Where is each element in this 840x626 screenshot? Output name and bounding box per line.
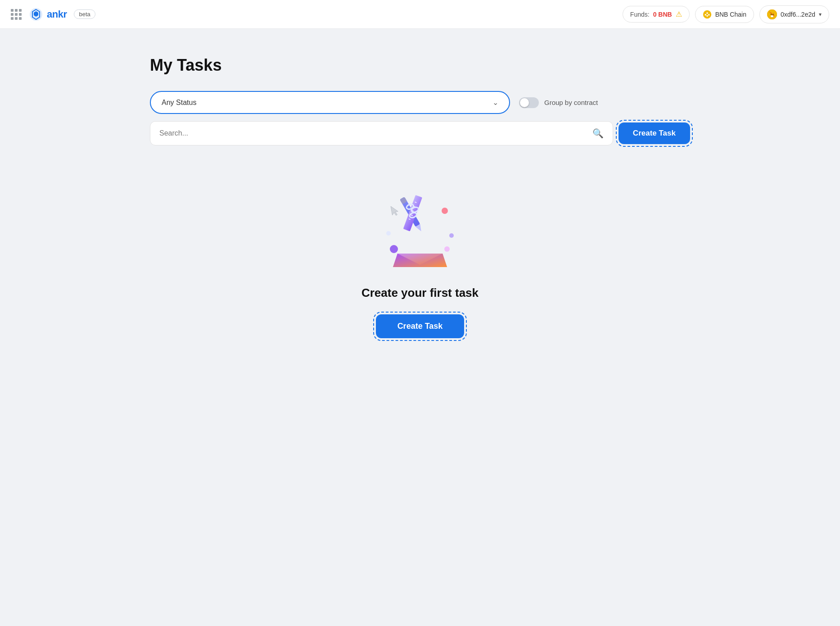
header-left: ankr beta — [11, 7, 95, 22]
filter-row: Any Status ⌄ Group by contract — [150, 91, 690, 114]
funds-value: 0 BNB — [653, 11, 672, 18]
main-content: My Tasks Any Status ⌄ Group by contract … — [132, 29, 708, 383]
group-by-toggle[interactable] — [519, 97, 539, 108]
wallet-pill[interactable]: 0xdf6...2e2d ▾ — [759, 5, 829, 23]
svg-point-8 — [771, 15, 773, 17]
chevron-down-icon: ▾ — [819, 11, 822, 18]
page-title: My Tasks — [150, 56, 690, 75]
create-task-button[interactable]: Create Task — [619, 122, 690, 144]
chain-pill[interactable]: BNB Chain — [695, 6, 754, 23]
svg-point-27 — [444, 246, 450, 252]
apps-menu-icon[interactable] — [11, 9, 22, 20]
status-select[interactable]: Any Status ⌄ — [150, 91, 510, 114]
group-by-label: Group by contract — [544, 99, 598, 106]
search-row: 🔍 Create Task — [150, 121, 690, 145]
group-by-container: Group by contract — [519, 97, 598, 108]
svg-point-24 — [449, 233, 454, 238]
status-select-value: Any Status — [162, 99, 196, 107]
wallet-address: 0xdf6...2e2d — [781, 11, 815, 18]
svg-point-23 — [442, 208, 448, 214]
svg-point-9 — [771, 14, 772, 15]
funds-pill[interactable]: Funds: 0 BNB ⚠ — [623, 6, 690, 23]
select-chevron-icon: ⌄ — [492, 98, 498, 107]
search-input[interactable] — [159, 129, 588, 137]
bnb-chain-icon — [703, 10, 712, 19]
empty-illustration — [375, 191, 465, 272]
create-task-center-button[interactable]: Create Task — [376, 314, 465, 338]
warning-icon: ⚠ — [676, 10, 682, 18]
svg-marker-28 — [391, 205, 399, 216]
beta-badge: beta — [74, 9, 95, 19]
empty-state-title: Create your first task — [361, 286, 479, 300]
empty-state: Create your first task Create Task — [150, 163, 690, 365]
toggle-knob — [520, 98, 529, 107]
header-right: Funds: 0 BNB ⚠ BNB Chain — [623, 5, 829, 23]
svg-point-0 — [703, 10, 711, 18]
wallet-avatar — [767, 9, 777, 19]
chain-name: BNB Chain — [715, 11, 746, 18]
ankr-logo-icon — [29, 7, 43, 22]
logo[interactable]: ankr — [29, 7, 67, 22]
logo-text: ankr — [47, 9, 67, 20]
svg-point-25 — [390, 245, 398, 253]
search-box: 🔍 — [150, 121, 613, 145]
svg-point-26 — [386, 231, 391, 236]
svg-point-10 — [772, 14, 773, 15]
funds-label: Funds: — [630, 11, 650, 18]
header: ankr beta Funds: 0 BNB ⚠ BNB Chain — [0, 0, 840, 29]
search-icon: 🔍 — [592, 128, 604, 139]
